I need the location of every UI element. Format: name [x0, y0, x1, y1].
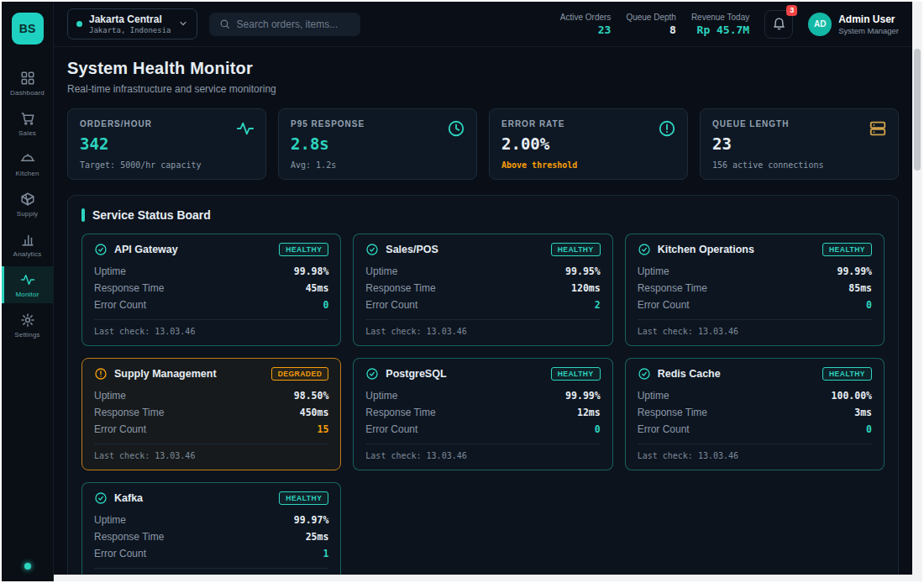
uptime-value: 99.95% [565, 265, 601, 277]
uptime-label: Uptime [365, 265, 397, 277]
vertical-scrollbar[interactable] [912, 2, 922, 581]
response-time-row: Response Time 450ms [94, 404, 328, 421]
error-count-label: Error Count [365, 423, 417, 435]
kpi-p95-response: P95 RESPONSE 2.8s Avg: 1.2s [278, 108, 477, 180]
check-circle-icon [94, 491, 108, 505]
sidebar-item-sales[interactable]: Sales [2, 105, 53, 142]
status-badge: HEALTHY [551, 243, 601, 256]
error-count-row: Error Count 0 [638, 421, 872, 438]
check-circle-icon [365, 367, 379, 381]
cart-icon [20, 111, 35, 126]
sidebar-item-settings[interactable]: Settings [2, 307, 53, 344]
service-card[interactable]: API Gateway HEALTHY Uptime 99.98% Respon… [81, 234, 341, 346]
kpi-orders-per-hour: ORDERS/HOUR 342 Target: 5000/hr capacity [67, 108, 266, 180]
server-icon [869, 119, 887, 138]
box-icon [20, 192, 35, 207]
grid-icon [20, 71, 35, 86]
stat-label: Queue Depth [626, 13, 676, 22]
sidebar-item-analytics[interactable]: Analytics [2, 226, 53, 263]
uptime-value: 99.99% [837, 265, 872, 277]
service-card[interactable]: Supply Management DEGRADED Uptime 98.50%… [81, 358, 341, 470]
alert-circle-icon [94, 367, 108, 381]
sidebar-item-kitchen[interactable]: Kitchen [2, 145, 53, 182]
service-card[interactable]: Sales/POS HEALTHY Uptime 99.95% Response… [353, 234, 612, 346]
response-time-label: Response Time [365, 407, 435, 418]
error-count-row: Error Count 0 [638, 297, 872, 313]
response-time-label: Response Time [94, 282, 164, 294]
user-menu[interactable]: AD Admin User System Manager [808, 13, 899, 36]
status-badge: HEALTHY [279, 243, 328, 256]
horizontal-scrollbar[interactable] [54, 575, 912, 581]
error-count-value: 0 [866, 299, 872, 311]
response-time-row: Response Time 12ms [365, 404, 600, 421]
status-badge: HEALTHY [551, 367, 601, 381]
response-time-value: 85ms [848, 282, 872, 294]
uptime-row: Uptime 99.99% [638, 263, 872, 280]
status-badge: DEGRADED [271, 367, 329, 381]
stat-value: Rp 45.7M [691, 24, 749, 36]
response-time-value: 3ms [854, 407, 872, 418]
service-grid: API Gateway HEALTHY Uptime 99.98% Respon… [81, 234, 885, 575]
content-area: System Health Monitor Real-time infrastr… [54, 47, 912, 575]
kpi-error-rate: ERROR RATE 2.00% Above threshold [489, 108, 688, 180]
stat-label: Active Orders [560, 13, 612, 22]
kpi-label: P95 RESPONSE [291, 119, 465, 129]
check-circle-icon [638, 243, 651, 256]
sidebar-item-label: Settings [14, 331, 40, 339]
error-count-row: Error Count 1 [94, 545, 328, 562]
sidebar-item-label: Supply [17, 210, 39, 218]
service-card-header: PostgreSQL HEALTHY [365, 367, 600, 381]
error-count-value: 0 [323, 299, 328, 311]
uptime-label: Uptime [638, 265, 669, 277]
last-check: Last check: 13.03.46 [365, 319, 600, 336]
status-badge: HEALTHY [822, 367, 872, 381]
bar-chart-icon [20, 232, 35, 247]
error-count-label: Error Count [94, 299, 146, 311]
service-card[interactable]: Redis Cache HEALTHY Uptime 100.00% Respo… [625, 358, 885, 470]
service-status-board: Service Status Board API Gateway HEALTHY… [67, 195, 899, 575]
error-count-label: Error Count [638, 299, 690, 311]
response-time-label: Response Time [94, 407, 164, 418]
service-card[interactable]: Kafka HEALTHY Uptime 99.97% Response Tim… [81, 482, 341, 575]
sidebar-item-monitor[interactable]: Monitor [2, 266, 53, 303]
topbar-right: Active Orders 23 Queue Depth 8 Revenue T… [560, 10, 899, 39]
last-check: Last check: 13.03.46 [94, 444, 328, 460]
notifications-button[interactable]: 3 [764, 10, 793, 39]
location-selector[interactable]: Jakarta Central Jakarta, Indonesia [67, 8, 197, 39]
service-card-header: Kitchen Operations HEALTHY [638, 243, 872, 256]
board-title: Service Status Board [92, 208, 211, 222]
main-column: Jakarta Central Jakarta, Indonesia Activ… [54, 2, 912, 581]
scrollbar-thumb[interactable] [914, 49, 921, 171]
response-time-row: Response Time 120ms [365, 280, 600, 297]
error-count-row: Error Count 0 [94, 297, 328, 313]
uptime-row: Uptime 99.99% [365, 387, 600, 404]
sidebar-item-dashboard[interactable]: Dashboard [2, 65, 53, 102]
last-check: Last check: 13.03.46 [94, 319, 328, 336]
sidebar-item-supply[interactable]: Supply [2, 186, 53, 223]
service-card-header: Supply Management DEGRADED [94, 367, 328, 381]
kpi-sub: 156 active connections [712, 160, 886, 170]
location-name: Jakarta Central [89, 13, 171, 25]
pulse-icon [236, 119, 255, 138]
sidebar: BS Dashboard Sales Kitchen Supply Analyt… [2, 2, 54, 581]
pulse-icon [20, 272, 35, 287]
uptime-label: Uptime [94, 514, 126, 526]
stat-value: 23 [560, 24, 612, 36]
kpi-value: 2.8s [291, 134, 465, 153]
uptime-row: Uptime 98.50% [94, 387, 328, 404]
service-card[interactable]: Kitchen Operations HEALTHY Uptime 99.99%… [625, 234, 885, 346]
error-count-label: Error Count [365, 299, 417, 311]
search-box [209, 13, 360, 36]
service-name: Kafka [114, 492, 272, 504]
sidebar-item-label: Sales [18, 129, 36, 137]
response-time-row: Response Time 45ms [94, 280, 328, 297]
gear-icon [20, 313, 35, 328]
uptime-row: Uptime 100.00% [638, 387, 872, 404]
search-input[interactable] [237, 18, 350, 30]
service-card[interactable]: PostgreSQL HEALTHY Uptime 99.99% Respons… [353, 358, 612, 470]
uptime-value: 100.00% [832, 390, 872, 402]
error-count-value: 0 [595, 423, 601, 435]
notification-badge: 3 [786, 5, 797, 17]
kpi-sub: Avg: 1.2s [291, 160, 465, 170]
uptime-row: Uptime 99.98% [94, 263, 328, 280]
